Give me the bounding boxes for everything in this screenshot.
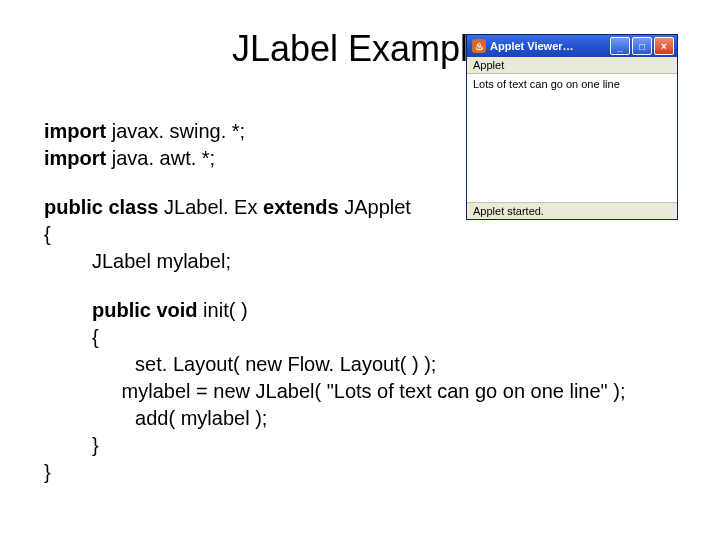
close-button[interactable]: × xyxy=(654,37,674,55)
kw-public-void: public void xyxy=(92,299,198,321)
kw-import: import xyxy=(44,147,106,169)
code-text: mylabel = new JLabel( "Lots of text can … xyxy=(44,378,626,405)
menu-applet[interactable]: Applet xyxy=(467,57,677,74)
status-bar: Applet started. xyxy=(467,202,677,219)
code-text: set. Layout( new Flow. Layout( ) ); xyxy=(44,351,436,378)
java-icon: ♨ xyxy=(472,39,486,53)
code-text: javax. swing. *; xyxy=(106,120,245,142)
applet-content: Lots of text can go on one line xyxy=(467,74,677,202)
code-text: JLabel mylabel; xyxy=(44,248,231,275)
code-text: add( mylabel ); xyxy=(44,405,267,432)
kw-public-class: public class xyxy=(44,196,159,218)
minimize-button[interactable]: _ xyxy=(610,37,630,55)
maximize-button[interactable]: □ xyxy=(632,37,652,55)
brace: { xyxy=(44,221,676,248)
brace: { xyxy=(44,324,99,351)
brace: } xyxy=(44,432,99,459)
window-title: Applet Viewer… xyxy=(490,40,610,52)
code-text: JLabel. Ex xyxy=(159,196,264,218)
label-text: Lots of text can go on one line xyxy=(473,78,620,90)
applet-window: ♨ Applet Viewer… _ □ × Applet Lots of te… xyxy=(466,34,678,220)
kw-extends: extends xyxy=(263,196,339,218)
brace: } xyxy=(44,459,676,486)
code-text: java. awt. *; xyxy=(106,147,215,169)
kw-import: import xyxy=(44,120,106,142)
titlebar: ♨ Applet Viewer… _ □ × xyxy=(467,35,677,57)
code-text: init( ) xyxy=(198,299,248,321)
code-text: JApplet xyxy=(339,196,411,218)
